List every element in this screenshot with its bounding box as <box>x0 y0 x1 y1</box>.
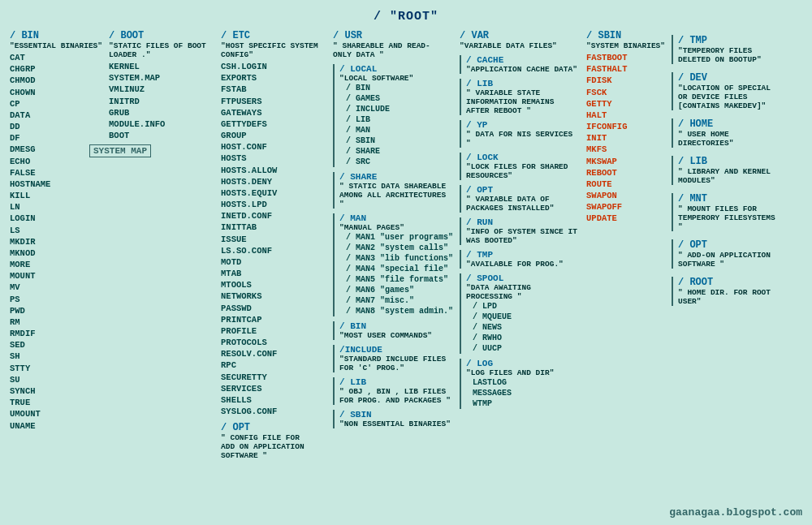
var-yp-desc: " DATA FOR NIS SERVICES " <box>466 130 580 148</box>
usr-lib-title: / LIB <box>339 377 453 387</box>
var-spool-mqueue: / MQUEUE <box>473 312 580 322</box>
etc-section: / ETC "HOST SPECIFIC SYSTEM CONFIG" CSH.… <box>218 28 330 462</box>
var-log-wtmp: WTMP <box>473 398 580 409</box>
var-spool-rwho: / RWHO <box>473 333 580 343</box>
var-opt-title: / OPT <box>466 185 580 195</box>
var-opt-desc: " VARIABLE DATA OF PACKAGES INSTALLED" <box>466 195 580 213</box>
right-home: / HOME " USER HOME DIRECTORIES" <box>672 118 784 148</box>
etc-passwd: PASSWD <box>221 303 326 314</box>
etc-hostsdeny: HOSTS.DENY <box>221 176 326 187</box>
usr-include: /INCLUDE "STANDARD INCLUDE FILES FOR 'C'… <box>333 345 453 372</box>
usr-man6: / MAN6 "games" <box>346 285 453 295</box>
var-lib: / LIB " VARIABLE STATE INFORMATION REMAI… <box>460 79 580 115</box>
sbin-fsck: FSCK <box>586 87 665 98</box>
etc-ftpusers: FTPUSERS <box>221 96 326 107</box>
bin-file-stty: STTY <box>10 363 102 374</box>
boot-vmlinuz: VMLINUZ <box>109 84 214 95</box>
boot-desc: "STATIC FILES OF BOOT LOADER ." <box>109 41 214 59</box>
bin-file-kill: KILL <box>10 190 102 201</box>
bin-file-data: DATA <box>10 110 102 121</box>
var-spool-desc: "DATA AWAITING PROCESSING " <box>466 283 580 301</box>
bin-file-mount: MOUNT <box>10 270 102 282</box>
sbin-getty: GETTY <box>586 98 665 110</box>
var-spool-uucp: / UUCP <box>473 343 580 354</box>
sbin-route: ROUTE <box>586 179 665 190</box>
boot-etc-section: / BOOT "STATIC FILES OF BOOT LOADER ." K… <box>106 28 218 462</box>
page-container: / "ROOT" SYSTEM MAP / BIN "ESSENTIAL BIN… <box>0 0 812 525</box>
sbin-fasthalt: FASTHALT <box>586 63 665 75</box>
bin-file-cat: CAT <box>10 52 102 63</box>
etc-issue: ISSUE <box>221 234 326 245</box>
etc-exports: EXPORTS <box>221 72 326 84</box>
bin-file-dd: DD <box>10 121 102 132</box>
var-lib-title: / LIB <box>466 79 580 88</box>
var-log-messages: MESSAGES <box>473 388 580 398</box>
var-run-desc: "INFO OF SYSTEM SINCE IT WAS BOOTED" <box>466 227 580 245</box>
etc-resolvconf: RESOLV.CONF <box>221 348 326 359</box>
boot-files: KERNEL SYSTEM.MAP VMLINUZ INITRD GRUB MO… <box>109 61 214 141</box>
usr-share: / SHARE " STATIC DATA SHAREABLE AMONG AL… <box>333 172 453 209</box>
var-lock-title: / LOCK <box>466 153 580 162</box>
usr-man-desc: "MANUAL PAGES" <box>339 223 453 232</box>
etc-hostsequiv: HOSTS.EQUIV <box>221 187 326 199</box>
sbin-mkfs: MKFS <box>586 144 665 155</box>
var-tmp-title: / TMP <box>466 250 580 260</box>
etc-services: SERVICES <box>221 383 326 394</box>
var-log-lastlog: LASTLOG <box>473 377 580 388</box>
var-cache: / CACHE "APPLICATION CACHE DATA" <box>460 55 580 74</box>
sbin-mkswap: MKSWAP <box>586 156 665 167</box>
boot-grub: GRUB <box>109 107 214 118</box>
etc-fstab: FSTAB <box>221 84 326 95</box>
etc-opt-title: / OPT <box>221 422 326 433</box>
usr-local-man: / MAN <box>346 125 453 136</box>
bin-file-pwd: PWD <box>10 305 102 316</box>
sbin-update: UPDATE <box>586 213 665 224</box>
var-log-sub: LASTLOG MESSAGES WTMP <box>473 377 580 409</box>
right-mnt: / MNT " MOUNT FILES FOR TEMPERORY FILESY… <box>672 193 784 231</box>
sbin-halt: HALT <box>586 110 665 121</box>
etc-printcap: PRINTCAP <box>221 314 326 325</box>
right-opt-title: / OPT <box>678 239 784 251</box>
etc-lssoconf: LS.SO.CONF <box>221 245 326 256</box>
bin-file-uname: UNAME <box>10 420 102 432</box>
var-log-title: / LOG <box>466 359 580 368</box>
usr-sbin-title: / SBIN <box>339 410 453 420</box>
usr-include-title: /INCLUDE <box>339 345 453 355</box>
usr-man7: / MAN7 "misc." <box>346 295 453 306</box>
bin-file-sed: SED <box>10 339 102 351</box>
right-dev: / DEV "LOCATION OF SPECIAL OR DEVICE FIL… <box>672 72 784 110</box>
boot-sysmap: SYSTEM.MAP <box>109 72 214 84</box>
bin-file-chown: CHOWN <box>10 87 102 98</box>
bin-file-umount: UMOUNT <box>10 408 102 420</box>
bin-file-ps: PS <box>10 294 102 305</box>
etc-securetty: SECURETTY <box>221 372 326 383</box>
bin-file-chgrp: CHGRP <box>10 63 102 75</box>
right-mnt-desc: " MOUNT FILES FOR TEMPERORY FILESYSTEMS … <box>678 204 784 231</box>
var-spool-lpd: / LPD <box>473 301 580 312</box>
right-tmp-title: / TMP <box>678 35 784 46</box>
right-tmp: / TMP "TEMPERORY FILES DELETED ON BOOTUP… <box>672 35 784 64</box>
etc-gettydefs: GETTYDEFS <box>221 118 326 130</box>
usr-bin: / BIN "MOST USER COMMANDS" <box>333 321 453 340</box>
bin-file-ls: LS <box>10 225 102 236</box>
var-run-title: / RUN <box>466 217 580 227</box>
var-desc: "VARIABLE DATA FILES" <box>460 41 565 50</box>
bin-file-mkdir: MKDIR <box>10 236 102 247</box>
var-log: / LOG "LOG FILES AND DIR" LASTLOG MESSAG… <box>460 359 580 409</box>
right-dirs-section: / TMP "TEMPERORY FILES DELETED ON BOOTUP… <box>668 28 787 462</box>
var-tmp: / TMP "AVAILABLE FOR PROG." <box>460 250 580 269</box>
bin-section: / BIN "ESSENTIAL BINARIES" CAT CHGRP CHM… <box>6 28 106 462</box>
etc-title: / ETC <box>221 30 326 41</box>
usr-local-title: / LOCAL <box>339 64 453 74</box>
bin-file-rm: RM <box>10 316 102 328</box>
sbin-swapoff: SWAPOFF <box>586 201 665 213</box>
etc-mtools: MTOOLS <box>221 279 326 290</box>
var-lock: / LOCK "LOCK FILES FOR SHARED RESOURCES" <box>460 153 580 180</box>
boot-initrd: INITRD <box>109 96 214 107</box>
right-root: / ROOT " HOME DIR. FOR ROOT USER" <box>672 277 784 306</box>
bin-file-mknod: MKNOD <box>10 247 102 259</box>
var-yp: / YP " DATA FOR NIS SERVICES " <box>460 120 580 148</box>
sbin-desc: "SYSTEM BINARIES" <box>586 41 665 50</box>
boot-moduleinfo: MODULE.INFO <box>109 118 214 130</box>
etc-hostsallow: HOSTS.ALLOW <box>221 165 326 176</box>
